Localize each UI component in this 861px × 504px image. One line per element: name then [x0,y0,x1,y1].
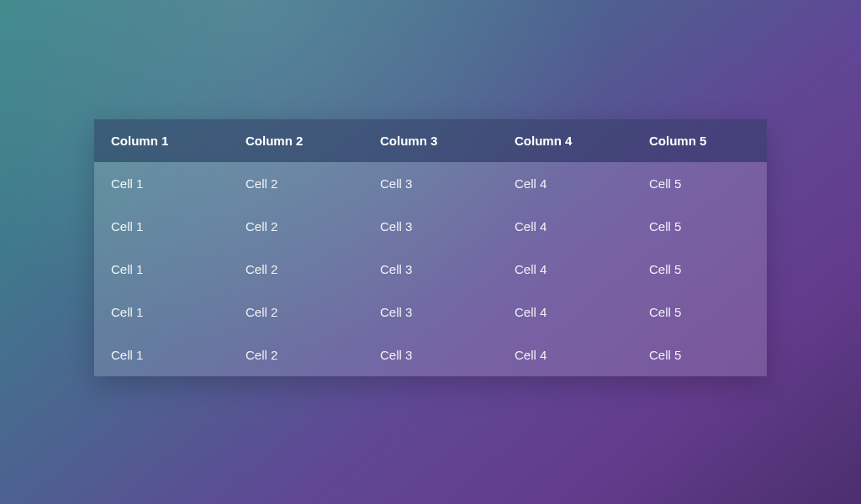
table-cell: Cell 3 [363,248,498,291]
table-cell: Cell 3 [363,333,498,376]
table-row: Cell 1 Cell 2 Cell 3 Cell 4 Cell 5 [94,248,767,291]
table-cell: Cell 1 [94,333,229,376]
table-cell: Cell 3 [363,291,498,333]
table-cell: Cell 5 [632,248,767,291]
table-cell: Cell 2 [229,248,363,291]
table-row: Cell 1 Cell 2 Cell 3 Cell 4 Cell 5 [94,333,767,376]
table-row: Cell 1 Cell 2 Cell 3 Cell 4 Cell 5 [94,205,767,248]
table-cell: Cell 2 [229,162,363,205]
table-cell: Cell 4 [498,291,632,333]
column-header: Column 1 [94,119,229,162]
table-row: Cell 1 Cell 2 Cell 3 Cell 4 Cell 5 [94,291,767,333]
table-cell: Cell 5 [632,205,767,248]
table-cell: Cell 3 [363,162,498,205]
table-cell: Cell 4 [498,162,632,205]
table-cell: Cell 5 [632,291,767,333]
data-table-container: Column 1 Column 2 Column 3 Column 4 Colu… [94,119,767,376]
column-header: Column 2 [229,119,363,162]
column-header: Column 4 [498,119,632,162]
table-cell: Cell 3 [363,205,498,248]
table-row: Cell 1 Cell 2 Cell 3 Cell 4 Cell 5 [94,162,767,205]
table-cell: Cell 2 [229,291,363,333]
table-cell: Cell 5 [632,333,767,376]
table-cell: Cell 2 [229,205,363,248]
column-header: Column 3 [363,119,498,162]
column-header: Column 5 [632,119,767,162]
data-table: Column 1 Column 2 Column 3 Column 4 Colu… [94,119,767,376]
table-cell: Cell 1 [94,291,229,333]
table-cell: Cell 4 [498,248,632,291]
table-cell: Cell 5 [632,162,767,205]
table-header-row: Column 1 Column 2 Column 3 Column 4 Colu… [94,119,767,162]
table-cell: Cell 4 [498,205,632,248]
table-cell: Cell 1 [94,162,229,205]
table-cell: Cell 1 [94,205,229,248]
table-cell: Cell 2 [229,333,363,376]
table-cell: Cell 4 [498,333,632,376]
table-cell: Cell 1 [94,248,229,291]
